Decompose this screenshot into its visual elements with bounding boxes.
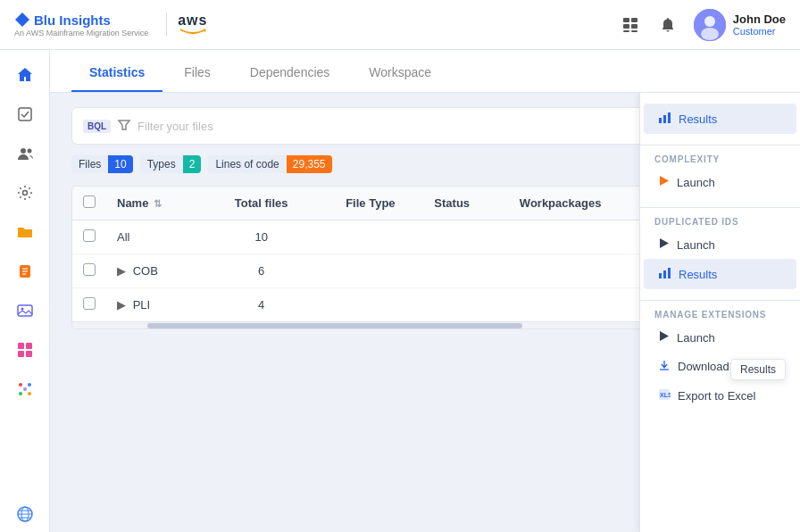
svg-rect-4 bbox=[623, 24, 629, 29]
panel-divider bbox=[640, 207, 800, 208]
logo-diamond-icon bbox=[14, 12, 30, 28]
panel-item-complexity-launch[interactable]: Launch bbox=[644, 168, 796, 196]
expand-arrow[interactable]: ▶ bbox=[117, 264, 126, 278]
user-name: John Doe bbox=[733, 12, 786, 26]
sidebar-item-folder[interactable] bbox=[7, 214, 43, 250]
svg-rect-46 bbox=[663, 115, 666, 123]
sidebar-item-note[interactable] bbox=[7, 254, 43, 289]
svg-rect-52 bbox=[668, 268, 671, 278]
loc-tag-label: Lines of code bbox=[208, 155, 286, 173]
svg-rect-24 bbox=[26, 351, 32, 357]
svg-marker-49 bbox=[660, 238, 669, 248]
svg-rect-19 bbox=[18, 305, 32, 316]
panel-section-complexity: Complexity Launch bbox=[640, 149, 800, 204]
panel-item-export-excel[interactable]: XLS Export to Excel bbox=[644, 381, 796, 411]
filter-placeholder: Filter your files bbox=[138, 120, 710, 133]
tab-workspace[interactable]: Workspace bbox=[351, 54, 449, 92]
complexity-section-label: Complexity bbox=[640, 149, 800, 168]
sidebar-item-check[interactable] bbox=[7, 96, 43, 132]
panel-item-label: Export to Excel bbox=[678, 389, 755, 403]
row-name: All bbox=[106, 220, 205, 254]
tab-files[interactable]: Files bbox=[166, 54, 229, 92]
panel-item-duplicated-launch[interactable]: Launch bbox=[644, 230, 796, 259]
aws-smile-icon bbox=[179, 27, 207, 37]
panel-item-label: Results bbox=[679, 112, 717, 126]
expand-arrow[interactable]: ▶ bbox=[117, 298, 126, 312]
sidebar-item-home[interactable] bbox=[7, 57, 43, 93]
select-all-checkbox[interactable] bbox=[83, 195, 96, 208]
row-status bbox=[423, 288, 509, 322]
panel-item-manage-launch[interactable]: Launch bbox=[644, 323, 796, 352]
tabs-bar: Statistics Files Dependencies Workspace bbox=[50, 50, 800, 93]
scrollbar-thumb[interactable] bbox=[147, 323, 522, 328]
globe-icon bbox=[16, 505, 34, 523]
duplicated-ids-section-label: Duplicated IDs bbox=[640, 212, 800, 230]
sidebar-item-grid[interactable] bbox=[7, 332, 43, 368]
row-status bbox=[423, 254, 509, 288]
svg-point-29 bbox=[23, 387, 27, 391]
row-checkbox-cell bbox=[72, 254, 106, 288]
svg-point-12 bbox=[21, 148, 26, 154]
svg-point-10 bbox=[701, 28, 719, 40]
manage-section-label: Manage Extensions bbox=[640, 304, 800, 323]
image-icon bbox=[16, 302, 34, 320]
logo-title: Blu Insights bbox=[14, 12, 111, 28]
panel-item-label: Launch bbox=[677, 238, 715, 252]
select-all-header bbox=[72, 187, 106, 220]
row-checkbox[interactable] bbox=[83, 229, 96, 242]
tab-dependencies[interactable]: Dependencies bbox=[232, 54, 348, 92]
panel-item-label: Results bbox=[679, 268, 717, 281]
row-checkbox-cell bbox=[72, 220, 106, 254]
sort-icon[interactable]: ⇅ bbox=[154, 198, 162, 209]
file-type-column-header: File Type bbox=[317, 187, 423, 220]
user-role: Customer bbox=[733, 26, 776, 37]
avatar bbox=[694, 9, 726, 41]
files-tag-label: Files bbox=[71, 155, 108, 173]
grid-view-button[interactable] bbox=[619, 13, 642, 37]
svg-rect-6 bbox=[623, 30, 629, 32]
user-info[interactable]: John Doe Customer bbox=[694, 9, 786, 41]
nav-icons: John Doe Customer bbox=[619, 9, 786, 41]
sidebar-item-image[interactable] bbox=[7, 293, 43, 328]
sidebar-item-people[interactable] bbox=[7, 136, 43, 171]
bql-badge: BQL bbox=[83, 120, 111, 133]
aws-logo: aws bbox=[166, 12, 207, 37]
types-tag: Types 2 bbox=[140, 155, 202, 173]
row-checkbox[interactable] bbox=[83, 297, 96, 310]
svg-rect-45 bbox=[659, 118, 662, 123]
notification-button[interactable] bbox=[656, 13, 679, 37]
sidebar-item-globe[interactable] bbox=[7, 496, 43, 532]
svg-rect-22 bbox=[26, 343, 32, 349]
status-column-header: Status bbox=[423, 187, 509, 220]
panel-item-results-top[interactable]: Results bbox=[644, 104, 796, 134]
download-icon bbox=[658, 359, 671, 374]
panel-item-duplicated-results[interactable]: Results bbox=[644, 259, 796, 289]
gear-icon bbox=[16, 184, 34, 202]
play-icon bbox=[658, 330, 670, 345]
svg-marker-35 bbox=[119, 121, 129, 129]
svg-rect-23 bbox=[18, 351, 24, 357]
svg-point-13 bbox=[27, 149, 31, 154]
play-icon bbox=[658, 175, 670, 189]
svg-rect-2 bbox=[623, 18, 629, 22]
check-icon bbox=[16, 105, 34, 123]
tooltip: Results bbox=[730, 359, 786, 380]
tab-statistics[interactable]: Statistics bbox=[71, 54, 162, 92]
svg-point-25 bbox=[19, 383, 22, 387]
name-column-header: Name ⇅ bbox=[106, 187, 205, 220]
svg-rect-47 bbox=[668, 112, 671, 123]
sidebar-item-palette[interactable] bbox=[7, 371, 43, 407]
row-file-type bbox=[317, 288, 423, 322]
panel-item-label: Launch bbox=[677, 176, 715, 189]
excel-icon: XLS bbox=[658, 388, 671, 403]
svg-rect-50 bbox=[659, 273, 662, 278]
palette-icon bbox=[16, 380, 34, 398]
svg-rect-3 bbox=[631, 18, 638, 22]
svg-rect-21 bbox=[18, 343, 24, 349]
sidebar-item-settings[interactable] bbox=[7, 175, 43, 211]
svg-point-20 bbox=[21, 308, 23, 311]
files-tag: Files 10 bbox=[71, 155, 133, 173]
row-checkbox[interactable] bbox=[83, 263, 96, 276]
svg-marker-0 bbox=[15, 12, 29, 27]
svg-rect-11 bbox=[19, 108, 31, 121]
